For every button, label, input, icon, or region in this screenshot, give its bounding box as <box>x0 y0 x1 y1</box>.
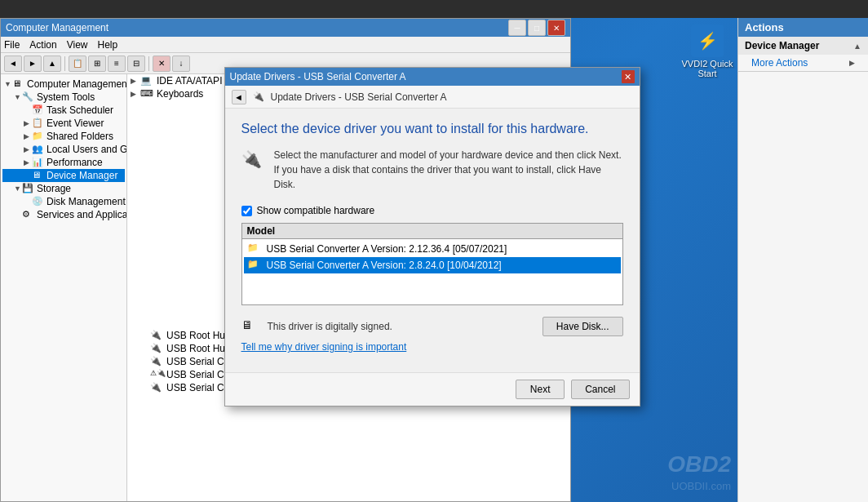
show-compatible-checkbox[interactable] <box>241 206 252 216</box>
have-disk-btn[interactable]: Have Disk... <box>542 317 623 336</box>
cm-title: Computer Management <box>6 22 108 33</box>
toolbar-back[interactable]: ◄ <box>4 56 22 72</box>
menu-help[interactable]: Help <box>98 39 118 51</box>
driver-signing-link[interactable]: Tell me why driver signing is important <box>241 341 623 353</box>
menu-file[interactable]: File <box>4 39 20 51</box>
action-more-actions-arrow: ▶ <box>849 59 855 67</box>
modal-description-row: 🔌 Select the manufacturer and model of y… <box>241 148 623 192</box>
actions-section-device-manager: Device Manager ▲ More Actions ▶ <box>738 37 868 72</box>
checkbox-row: Show compatible hardware <box>241 205 623 216</box>
actions-section-header-device-manager[interactable]: Device Manager ▲ <box>738 37 868 55</box>
toolbar-icon2[interactable]: ≡ <box>108 56 126 72</box>
modal-title: Update Drivers - USB Serial Converter A <box>230 71 406 82</box>
modal-nav: ◄ 🔌 Update Drivers - USB Serial Converte… <box>225 86 640 109</box>
modal-body: Select the device driver you want to ins… <box>225 109 640 372</box>
sidebar-item-storage[interactable]: ▼ 💾 Storage <box>2 182 125 195</box>
sidebar-item-services-apps[interactable]: ⚙ Services and Applications <box>2 208 125 221</box>
menu-view[interactable]: View <box>67 39 88 51</box>
modal-nav-title-text: Update Drivers - USB Serial Converter A <box>271 91 447 103</box>
toolbar-show-hide[interactable]: 📋 <box>69 56 86 72</box>
model-list-container: Model 📁 USB Serial Converter A Version: … <box>241 223 623 305</box>
next-btn[interactable]: Next <box>516 380 565 399</box>
sidebar-item-shared-folders[interactable]: ▶ 📁 Shared Folders <box>2 130 125 143</box>
toolbar-forward[interactable]: ► <box>24 56 42 72</box>
model-item-1[interactable]: 📁 USB Serial Converter A Version: 2.12.3… <box>244 241 621 257</box>
sidebar-item-task-scheduler[interactable]: 📅 Task Scheduler <box>2 104 125 117</box>
sidebar-device-manager-label: Device Manager <box>46 170 117 181</box>
sidebar-shared-folders-label: Shared Folders <box>46 131 113 142</box>
sidebar-event-viewer-label: Event Viewer <box>46 118 104 129</box>
model-list-header: Model <box>242 224 622 239</box>
actions-panel: Actions Device Manager ▲ More Actions ▶ <box>737 18 868 502</box>
sidebar-disk-management-label: Disk Management <box>46 196 126 207</box>
model-item-2[interactable]: 📁 USB Serial Converter A Version: 2.8.24… <box>244 257 621 273</box>
action-more-actions[interactable]: More Actions ▶ <box>738 55 868 71</box>
sidebar-task-scheduler-label: Task Scheduler <box>46 104 113 116</box>
sidebar-performance-label: Performance <box>46 157 103 168</box>
modal-dialog: Update Drivers - USB Serial Converter A … <box>224 67 640 406</box>
sidebar: ▼ 🖥 Computer Management (Local) ▼ 🔧 Syst… <box>1 74 127 501</box>
sidebar-local-users-label: Local Users and Groups <box>46 144 127 155</box>
modal-overlay: Update Drivers - USB Serial Converter A … <box>126 18 737 502</box>
sidebar-item-system-tools[interactable]: ▼ 🔧 System Tools <box>2 91 125 104</box>
modal-nav-back[interactable]: ◄ <box>232 90 246 104</box>
sidebar-item-performance[interactable]: ▶ 📊 Performance <box>2 156 125 169</box>
actions-title: Actions <box>738 18 868 37</box>
model-list: 📁 USB Serial Converter A Version: 2.12.3… <box>242 239 622 304</box>
sidebar-storage-label: Storage <box>37 183 71 194</box>
modal-footer: Next Cancel <box>225 372 640 406</box>
sidebar-services-apps-label: Services and Applications <box>37 209 127 220</box>
modal-description-icon: 🔌 <box>241 149 264 169</box>
digital-sign-text: This driver is digitally signed. <box>268 321 392 332</box>
top-bar <box>0 0 868 18</box>
modal-description-text: Select the manufacturer and model of you… <box>274 148 623 192</box>
actions-section-device-manager-label: Device Manager <box>745 40 819 51</box>
action-more-actions-label: More Actions <box>751 57 808 69</box>
show-compatible-label: Show compatible hardware <box>257 205 375 216</box>
model-item-2-icon: 📁 <box>247 259 262 272</box>
sidebar-system-tools-label: System Tools <box>37 91 95 103</box>
toolbar-icon1[interactable]: ⊞ <box>88 56 106 72</box>
desktop: Computer Management ─ □ ✕ File Action Vi… <box>0 0 868 502</box>
model-item-1-icon: 📁 <box>247 242 262 255</box>
modal-title-bar: Update Drivers - USB Serial Converter A … <box>225 68 640 86</box>
modal-heading: Select the device driver you want to ins… <box>241 122 623 136</box>
actions-section-arrow: ▲ <box>853 42 861 51</box>
sidebar-root-item[interactable]: ▼ 🖥 Computer Management (Local) <box>2 78 125 91</box>
digital-sign-row: 🖥 This driver is digitally signed. Have … <box>241 317 623 336</box>
sidebar-item-event-viewer[interactable]: ▶ 📋 Event Viewer <box>2 117 125 130</box>
modal-nav-title: 🔌 Update Drivers - USB Serial Converter … <box>253 91 447 103</box>
sidebar-root-label: Computer Management (Local) <box>27 78 127 90</box>
sidebar-item-local-users[interactable]: ▶ 👥 Local Users and Groups <box>2 143 125 156</box>
digital-sign-icon: 🖥 <box>241 318 261 335</box>
cancel-btn[interactable]: Cancel <box>571 380 629 399</box>
toolbar-up[interactable]: ▲ <box>43 56 61 72</box>
usb-icon: 🔌 <box>253 91 266 103</box>
menu-action[interactable]: Action <box>29 39 56 51</box>
sidebar-item-disk-management[interactable]: 💿 Disk Management <box>2 195 125 208</box>
modal-close-btn[interactable]: ✕ <box>622 70 635 83</box>
sidebar-item-device-manager[interactable]: 🖥 Device Manager <box>2 169 125 182</box>
model-item-1-label: USB Serial Converter A Version: 2.12.36.… <box>267 243 507 255</box>
model-item-2-label: USB Serial Converter A Version: 2.8.24.0… <box>267 260 502 271</box>
